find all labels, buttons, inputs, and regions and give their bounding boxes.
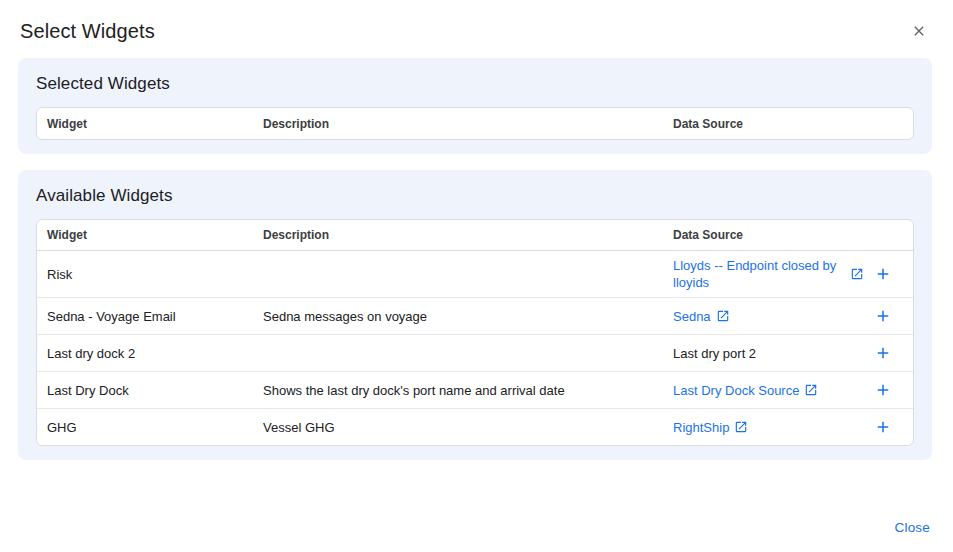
column-header-data-source: Data Source <box>663 222 913 248</box>
table-row: Sedna - Voyage Email Sedna messages on v… <box>37 298 913 335</box>
selected-widgets-section: Selected Widgets Widget Description Data… <box>18 58 932 154</box>
column-header-widget: Widget <box>37 111 253 137</box>
available-widgets-heading: Available Widgets <box>36 186 914 206</box>
close-button[interactable]: Close <box>894 520 930 535</box>
widget-cell: Risk <box>37 261 253 288</box>
plus-icon <box>874 307 892 325</box>
data-source-cell: Last dry port 2 <box>663 335 913 371</box>
data-source-cell: Last Dry Dock Source <box>663 372 913 408</box>
dialog-title: Select Widgets <box>20 20 155 43</box>
open-in-new-icon[interactable] <box>804 383 818 397</box>
description-cell: Sedna messages on voyage <box>253 303 663 330</box>
selected-widgets-table: Widget Description Data Source <box>36 107 914 140</box>
dialog-footer: Close <box>894 518 930 536</box>
available-widgets-section: Available Widgets Widget Description Dat… <box>18 170 932 460</box>
table-header-row: Widget Description Data Source <box>37 220 913 251</box>
data-source-link[interactable]: RightShip <box>673 419 729 436</box>
data-source-cell: Lloyds -- Endpoint closed by lloyids <box>663 251 913 297</box>
open-in-new-icon[interactable] <box>734 420 748 434</box>
selected-widgets-heading: Selected Widgets <box>36 74 914 94</box>
data-source-cell: Sedna <box>663 298 913 334</box>
data-source-cell: RightShip <box>663 409 913 445</box>
table-header-row: Widget Description Data Source <box>37 108 913 139</box>
table-row: Last dry dock 2 Last dry port 2 <box>37 335 913 372</box>
data-source-text: Last dry port 2 <box>673 346 756 361</box>
add-widget-button[interactable] <box>871 262 895 286</box>
table-row: Risk Lloyds -- Endpoint closed by lloyid… <box>37 251 913 298</box>
add-widget-button[interactable] <box>871 415 895 439</box>
add-widget-button[interactable] <box>871 341 895 365</box>
plus-icon <box>874 344 892 362</box>
open-in-new-icon[interactable] <box>716 309 730 323</box>
widget-cell: Last Dry Dock <box>37 377 253 404</box>
column-header-description: Description <box>253 111 663 137</box>
plus-icon <box>874 265 892 283</box>
table-row: GHG Vessel GHG RightShip <box>37 409 913 445</box>
data-source-link[interactable]: Last Dry Dock Source <box>673 382 799 399</box>
column-header-data-source: Data Source <box>663 111 913 137</box>
plus-icon <box>874 418 892 436</box>
widget-cell: Last dry dock 2 <box>37 340 253 367</box>
column-header-description: Description <box>253 222 663 248</box>
available-widgets-table: Widget Description Data Source Risk Lloy… <box>36 219 914 446</box>
open-in-new-icon[interactable] <box>850 267 864 281</box>
description-cell <box>253 268 663 280</box>
data-source-link[interactable]: Sedna <box>673 308 711 325</box>
description-cell: Vessel GHG <box>253 414 663 441</box>
plus-icon <box>874 381 892 399</box>
add-widget-button[interactable] <box>871 304 895 328</box>
widget-cell: Sedna - Voyage Email <box>37 303 253 330</box>
description-cell <box>253 347 663 359</box>
x-close-glyph <box>911 23 927 39</box>
data-source-link[interactable]: Lloyds -- Endpoint closed by lloyids <box>673 257 845 291</box>
close-icon[interactable] <box>907 19 931 43</box>
table-row: Last Dry Dock Shows the last dry dock's … <box>37 372 913 409</box>
column-header-widget: Widget <box>37 222 253 248</box>
description-cell: Shows the last dry dock's port name and … <box>253 377 663 404</box>
dialog-header: Select Widgets <box>0 0 953 48</box>
add-widget-button[interactable] <box>871 378 895 402</box>
widget-cell: GHG <box>37 414 253 441</box>
